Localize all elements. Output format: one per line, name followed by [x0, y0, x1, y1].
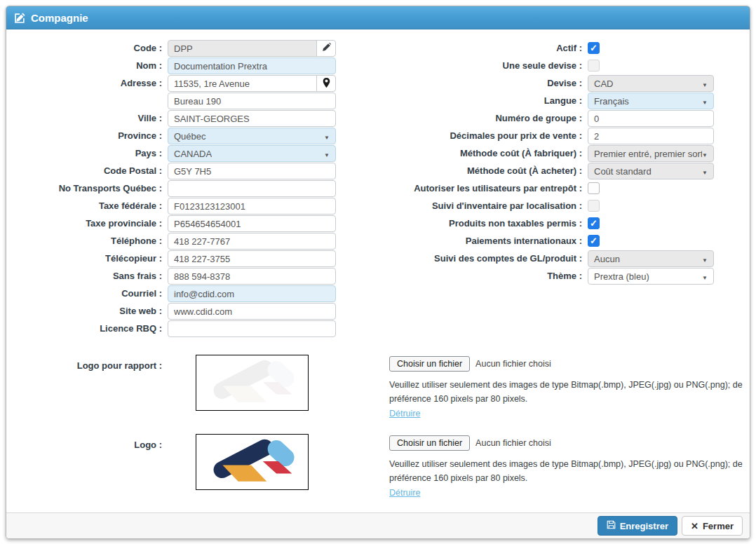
code-input[interactable]	[168, 40, 317, 57]
licence-rbq-input[interactable]	[168, 320, 336, 337]
ville-label: Ville :	[6, 110, 168, 127]
methode-cout-fabriquer-select[interactable]: Premier entré, premier sorti	[588, 145, 714, 162]
caret-down-icon	[702, 95, 708, 107]
devise-select[interactable]: CAD	[588, 75, 714, 92]
report-logo-row: Logo pour rapport : Choisir un fichier A…	[6, 355, 750, 434]
panel-title: Compagnie	[31, 12, 88, 24]
produits-non-taxables-label: Produits non taxables permis :	[349, 215, 588, 232]
caret-down-icon	[324, 147, 330, 160]
company-logo-label: Logo :	[6, 434, 168, 451]
company-logo-box	[196, 434, 309, 490]
code-postal-label: Code Postal :	[6, 163, 168, 179]
company-logo-image	[201, 437, 303, 487]
telephone-input[interactable]	[168, 233, 336, 250]
report-logo-box	[196, 355, 309, 411]
company-file-input[interactable]: Choisir un fichier Aucun fichier choisi	[389, 434, 743, 452]
nom-label: Nom :	[6, 57, 168, 74]
licence-rbq-label: Licence RBQ :	[6, 320, 168, 337]
courriel-input[interactable]	[168, 285, 336, 302]
produits-non-taxables-checkbox[interactable]	[588, 217, 600, 229]
nom-input[interactable]	[168, 57, 336, 74]
province-label: Province :	[6, 128, 168, 144]
compagnie-panel: Compagnie Code : Nom :	[6, 6, 750, 539]
paiements-internationaux-checkbox[interactable]	[588, 235, 600, 247]
edit-code-button[interactable]	[316, 40, 336, 57]
langue-value: Français	[594, 96, 629, 107]
utilisateurs-entrepot-checkbox[interactable]	[588, 182, 600, 194]
company-help-text: Veuillez utiliser seulement des images d…	[389, 457, 743, 485]
company-logo-row: Logo : Choisir un fichier Aucun fichier …	[6, 434, 750, 498]
devise-value: CAD	[594, 79, 613, 89]
report-destroy-link[interactable]: Détruire	[389, 409, 420, 419]
adresse2-label	[6, 93, 168, 109]
site-web-label: Site web :	[6, 303, 168, 320]
langue-select[interactable]: Français	[588, 93, 714, 109]
ville-input[interactable]	[168, 110, 336, 127]
une-seule-devise-checkbox[interactable]	[588, 60, 600, 72]
pays-select[interactable]: CANADA	[168, 145, 336, 162]
utilisateurs-entrepot-label: Autoriser les utilisateurs par entrepôt …	[349, 180, 588, 197]
company-destroy-link[interactable]: Détruire	[389, 488, 420, 498]
report-choose-file-button[interactable]: Choisir un fichier	[389, 356, 470, 372]
report-file-input[interactable]: Choisir un fichier Aucun fichier choisi	[389, 355, 743, 373]
taxe-federale-input[interactable]	[168, 198, 336, 215]
x-icon	[691, 521, 698, 531]
pencil-icon	[322, 43, 331, 54]
edit-square-icon	[15, 13, 25, 23]
taxe-federale-label: Taxe fédérale :	[6, 198, 168, 215]
pays-value: CANADA	[174, 149, 212, 159]
close-label: Fermer	[703, 521, 734, 531]
devise-label: Devise :	[349, 75, 588, 92]
adresse2-input[interactable]	[168, 93, 336, 109]
numero-groupe-input[interactable]	[588, 110, 714, 127]
adresse-label: Adresse :	[6, 75, 168, 92]
theme-label: Thème :	[349, 268, 588, 285]
methode-cout-acheter-select[interactable]: Coût standard	[588, 163, 714, 179]
save-label: Enregistrer	[620, 521, 668, 531]
map-marker-icon	[323, 78, 330, 90]
caret-down-icon	[702, 270, 708, 283]
no-transports-input[interactable]	[168, 180, 336, 197]
left-column: Code : Nom : Adresse :	[6, 40, 336, 338]
caret-down-icon	[702, 147, 708, 160]
actif-checkbox[interactable]	[588, 42, 600, 54]
methode-cout-fabriquer-label: Méthode coût (À fabriquer) :	[349, 145, 588, 162]
form-body: Code : Nom : Adresse :	[6, 29, 750, 512]
save-button[interactable]: Enregistrer	[598, 516, 677, 536]
methode-cout-fabriquer-value: Premier entré, premier sorti	[594, 149, 702, 159]
actif-label: Actif :	[349, 40, 588, 57]
courriel-label: Courriel :	[6, 285, 168, 302]
caret-down-icon	[702, 77, 708, 90]
pays-label: Pays :	[6, 145, 168, 162]
caret-down-icon	[324, 130, 330, 142]
paiements-internationaux-label: Paiements internationaux :	[349, 233, 588, 250]
company-choose-file-button[interactable]: Choisir un fichier	[389, 435, 470, 451]
right-column: Actif : Une seule devise : Devise : CAD	[349, 40, 714, 338]
suivi-comptes-gl-select[interactable]: Aucun	[588, 250, 714, 267]
panel-footer: Enregistrer Fermer	[6, 512, 750, 538]
province-value: Québec	[174, 131, 206, 142]
map-button[interactable]	[316, 75, 336, 92]
adresse-input[interactable]	[168, 75, 317, 92]
sans-frais-input[interactable]	[168, 268, 336, 285]
taxe-provinciale-label: Taxe provinciale :	[6, 215, 168, 232]
telephone-label: Téléphone :	[6, 233, 168, 250]
close-button[interactable]: Fermer	[682, 516, 743, 536]
site-web-input[interactable]	[168, 303, 336, 320]
no-transports-label: No Transports Québec :	[6, 180, 168, 197]
theme-select[interactable]: Prextra (bleu)	[588, 268, 714, 285]
telecopieur-label: Télécopieur :	[6, 250, 168, 267]
decimales-label: Décimales pour prix de vente :	[349, 128, 588, 144]
decimales-input[interactable]	[588, 128, 714, 144]
province-select[interactable]: Québec	[168, 128, 336, 144]
telecopieur-input[interactable]	[168, 250, 336, 267]
report-logo-image	[201, 358, 303, 408]
inventaire-localisation-label: Suivi d'inventaire par localisation :	[349, 198, 588, 215]
report-logo-label: Logo pour rapport :	[6, 355, 168, 372]
suivi-comptes-gl-value: Aucun	[594, 254, 620, 264]
taxe-provinciale-input[interactable]	[168, 215, 336, 232]
code-postal-input[interactable]	[168, 163, 336, 179]
inventaire-localisation-checkbox[interactable]	[588, 200, 600, 212]
floppy-disk-icon	[607, 520, 616, 531]
panel-header: Compagnie	[6, 6, 750, 29]
